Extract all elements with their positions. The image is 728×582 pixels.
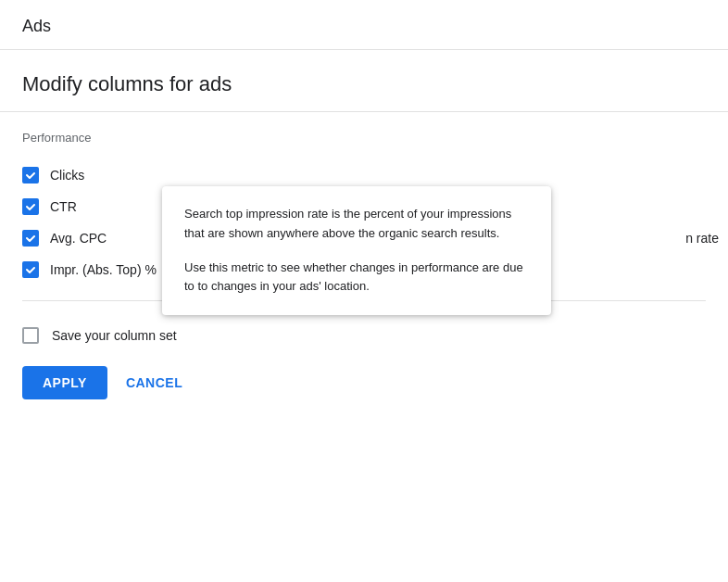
cancel-button[interactable]: CANCEL — [122, 366, 186, 399]
checkbox-avg-cpc[interactable] — [22, 230, 39, 247]
content-area: Performance Clicks CTR Avg. CPC — [0, 112, 728, 425]
checkbox-avg-cpc-label: Avg. CPC — [50, 231, 107, 246]
tooltip-popup: Search top impression rate is the percen… — [162, 186, 551, 315]
checkbox-ctr-label: CTR — [50, 199, 77, 214]
checkbox-item-impr-abs-top[interactable]: Impr. (Abs. Top) % — [22, 261, 157, 278]
save-column-set-label: Save your column set — [52, 328, 177, 343]
tooltip-text-1: Search top impression rate is the percen… — [184, 205, 529, 244]
modify-header: Modify columns for ads — [0, 50, 728, 112]
checkbox-impr-abs-top[interactable] — [22, 261, 39, 278]
performance-section-label: Performance — [22, 131, 706, 145]
page-title: Ads — [22, 17, 51, 35]
actions-row: APPLY CANCEL — [22, 359, 706, 407]
checkbox-clicks-label: Clicks — [50, 168, 84, 183]
page-header: Ads — [0, 0, 728, 50]
checkbox-clicks[interactable] — [22, 167, 39, 183]
modify-title: Modify columns for ads — [22, 72, 232, 95]
tooltip-text-2: Use this metric to see whether changes i… — [184, 259, 529, 297]
checkbox-impr-abs-top-label: Impr. (Abs. Top) % — [50, 262, 157, 277]
partial-visible-text: n rate — [685, 231, 728, 246]
checkbox-save-column-set[interactable] — [22, 327, 39, 344]
checkbox-ctr[interactable] — [22, 198, 39, 215]
save-column-set-row[interactable]: Save your column set — [22, 316, 706, 359]
apply-button[interactable]: APPLY — [22, 366, 107, 399]
